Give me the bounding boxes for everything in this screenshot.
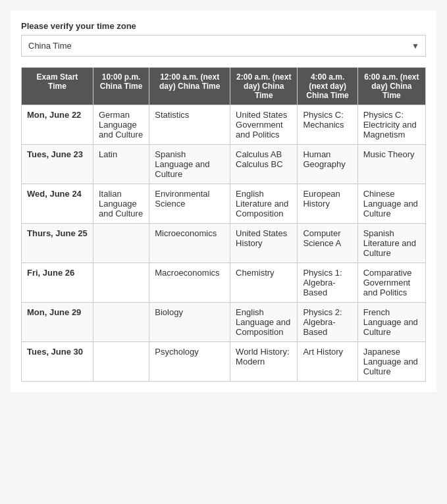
exam-cell: Physics C: Electricity and Magnetism [357, 105, 425, 145]
date-cell: Wed, June 24 [22, 184, 93, 224]
exam-cell [93, 342, 149, 382]
exam-cell: Spanish Language and Culture [149, 145, 230, 184]
timezone-select[interactable]: China TimeEastern TimePacific TimeCentra… [21, 35, 426, 57]
table-row: Tues, June 30PsychologyWorld History: Mo… [22, 342, 426, 382]
exam-cell: Microeconomics [149, 224, 230, 263]
date-cell: Mon, June 22 [22, 105, 93, 145]
table-header-col-0: Exam Start Time [22, 68, 93, 105]
exam-cell: Macroeconomics [149, 263, 230, 303]
exam-cell: Physics 2: Algebra-Based [298, 303, 357, 342]
timezone-label: Please verify your time zone [21, 21, 426, 31]
date-cell: Thurs, June 25 [22, 224, 93, 263]
exam-cell: Calculus AB Calculus BC [230, 145, 298, 184]
exam-cell: French Language and Culture [357, 303, 425, 342]
exam-cell: Physics 1: Algebra-Based [298, 263, 357, 303]
exam-cell: Biology [149, 303, 230, 342]
exam-cell: German Language and Culture [93, 105, 149, 145]
table-row: Wed, June 24Italian Language and Culture… [22, 184, 426, 224]
exam-cell: Statistics [149, 105, 230, 145]
table-row: Fri, June 26MacroeconomicsChemistryPhysi… [22, 263, 426, 303]
table-body: Mon, June 22German Language and CultureS… [22, 105, 426, 382]
table-header-col-3: 2:00 a.m. (next day) China Time [230, 68, 298, 105]
table-header-col-1: 10:00 p.m. China Time [93, 68, 149, 105]
date-cell: Tues, June 30 [22, 342, 93, 382]
exam-cell [93, 303, 149, 342]
exam-cell: Art History [298, 342, 357, 382]
exam-cell: Spanish Literature and Culture [357, 224, 425, 263]
exam-cell: Italian Language and Culture [93, 184, 149, 224]
exam-cell: Comparative Government and Politics [357, 263, 425, 303]
exam-cell [93, 224, 149, 263]
exam-schedule-table: Exam Start Time10:00 p.m. China Time12:0… [21, 67, 426, 382]
exam-cell: United States History [230, 224, 298, 263]
exam-cell: European History [298, 184, 357, 224]
table-row: Thurs, June 25MicroeconomicsUnited State… [22, 224, 426, 263]
table-header-row: Exam Start Time10:00 p.m. China Time12:0… [22, 68, 426, 105]
exam-cell [93, 263, 149, 303]
exam-cell: Latin [93, 145, 149, 184]
exam-cell: Chemistry [230, 263, 298, 303]
exam-cell: Psychology [149, 342, 230, 382]
exam-cell: Physics C: Mechanics [298, 105, 357, 145]
table-row: Mon, June 22German Language and CultureS… [22, 105, 426, 145]
table-header-col-5: 6:00 a.m. (next day) China Time [357, 68, 425, 105]
table-row: Mon, June 29BiologyEnglish Language and … [22, 303, 426, 342]
exam-cell: Human Geography [298, 145, 357, 184]
timezone-section: Please verify your time zone China TimeE… [21, 21, 426, 57]
exam-cell: Environmental Science [149, 184, 230, 224]
exam-cell: Computer Science A [298, 224, 357, 263]
table-row: Tues, June 23LatinSpanish Language and C… [22, 145, 426, 184]
date-cell: Tues, June 23 [22, 145, 93, 184]
exam-cell: United States Government and Politics [230, 105, 298, 145]
exam-cell: English Literature and Composition [230, 184, 298, 224]
exam-cell: Music Theory [357, 145, 425, 184]
exam-cell: Chinese Language and Culture [357, 184, 425, 224]
date-cell: Fri, June 26 [22, 263, 93, 303]
table-header-col-4: 4:00 a.m. (next day) China Time [298, 68, 357, 105]
date-cell: Mon, June 29 [22, 303, 93, 342]
exam-cell: World History: Modern [230, 342, 298, 382]
exam-cell: English Language and Composition [230, 303, 298, 342]
exam-cell: Japanese Language and Culture [357, 342, 425, 382]
table-header-col-2: 12:00 a.m. (next day) China Time [149, 68, 230, 105]
timezone-select-wrapper: China TimeEastern TimePacific TimeCentra… [21, 35, 426, 57]
main-container: Please verify your time zone China TimeE… [11, 11, 436, 392]
